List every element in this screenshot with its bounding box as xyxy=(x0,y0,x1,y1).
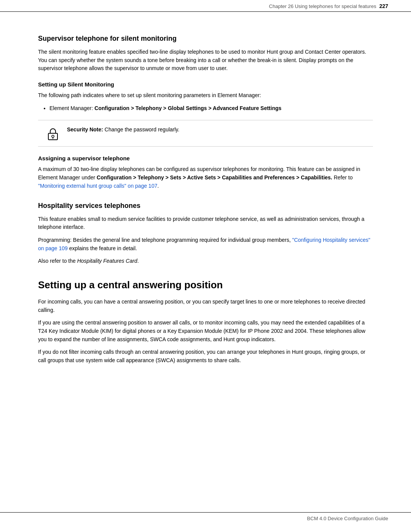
heading-supervisor-telephone: Supervisor telephone for silent monitori… xyxy=(38,35,373,43)
footer-text: BCM 4.0 Device Configuration Guide xyxy=(307,516,388,521)
link-configuring-hospitality[interactable]: "Configuring Hospitality services" on pa… xyxy=(38,237,370,251)
header-chapter-text: Chapter 26 Using telephones for special … xyxy=(269,3,376,9)
heading-hospitality-services: Hospitality services telephones xyxy=(38,202,373,210)
svg-point-1 xyxy=(52,135,54,137)
heading-central-answering: Setting up a central answering position xyxy=(38,279,373,291)
security-note-text: Security Note: Change the password regul… xyxy=(67,126,179,134)
page-header: Chapter 26 Using telephones for special … xyxy=(0,0,411,12)
link-monitoring-hunt-group[interactable]: "Monitoring external hunt group calls" o… xyxy=(38,183,157,189)
para-hospitality-features-card: Also refer to the Hospitality Features C… xyxy=(38,257,373,265)
section-central-answering: Setting up a central answering position … xyxy=(38,279,373,365)
heading-assigning-supervisor-telephone: Assigning a supervisor telephone xyxy=(38,155,373,161)
security-note-box: Security Note: Change the password regul… xyxy=(38,120,373,147)
para-hospitality-programming: Programming: Besides the general line an… xyxy=(38,236,373,252)
para-silent-monitoring-path: The following path indicates where to se… xyxy=(38,91,373,100)
page-container: Chapter 26 Using telephones for special … xyxy=(0,0,411,532)
lock-icon xyxy=(46,126,60,141)
bullet-item-element-manager: Element Manager: Configuration > Telepho… xyxy=(49,104,373,113)
header-page-number: 227 xyxy=(379,3,388,9)
subsection-setting-up-silent-monitoring: Setting up Silent Monitoring The followi… xyxy=(38,81,373,147)
para-supervisor-intro: The silent monitoring feature enables sp… xyxy=(38,48,373,73)
para-central-answering-intro: For incoming calls, you can have a centr… xyxy=(38,298,373,314)
heading-setting-up-silent-monitoring: Setting up Silent Monitoring xyxy=(38,81,373,88)
para-assigning-supervisor: A maximum of 30 two-line display telepho… xyxy=(38,165,373,190)
para-central-answering-swca: If you do not filter incoming calls thro… xyxy=(38,348,373,364)
section-supervisor-telephone: Supervisor telephone for silent monitori… xyxy=(38,35,373,190)
section-hospitality-services: Hospitality services telephones This fea… xyxy=(38,202,373,265)
para-central-answering-kim: If you are using the central answering p… xyxy=(38,319,373,343)
page-footer: BCM 4.0 Device Configuration Guide xyxy=(0,512,411,524)
subsection-assigning-supervisor-telephone: Assigning a supervisor telephone A maxim… xyxy=(38,155,373,190)
para-hospitality-intro: This feature enables small to medium ser… xyxy=(38,215,373,232)
bullet-list-silent-monitoring: Element Manager: Configuration > Telepho… xyxy=(49,104,373,113)
main-content: Supervisor telephone for silent monitori… xyxy=(0,12,411,392)
